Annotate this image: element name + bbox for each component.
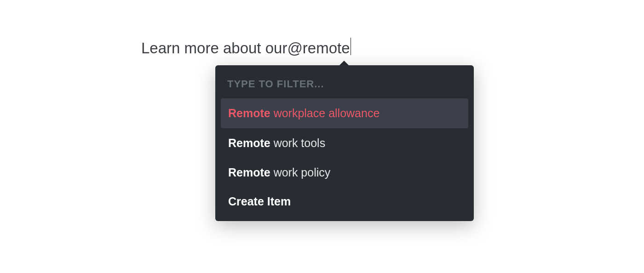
autocomplete-item-rest: work tools bbox=[270, 136, 325, 149]
autocomplete-item-match: Remote bbox=[228, 107, 270, 119]
autocomplete-item-rest: work policy bbox=[270, 166, 331, 179]
editor-mention-token: @remote bbox=[287, 40, 350, 57]
autocomplete-filter-label: TYPE TO FILTER... bbox=[221, 71, 468, 98]
autocomplete-item-match: Remote bbox=[228, 136, 270, 149]
text-cursor bbox=[351, 38, 351, 55]
autocomplete-item-0[interactable]: Remote workplace allowance bbox=[221, 98, 468, 128]
autocomplete-item-2[interactable]: Remote work policy bbox=[221, 158, 468, 188]
autocomplete-item-match: Remote bbox=[228, 166, 270, 179]
autocomplete-create-item[interactable]: Create Item bbox=[221, 188, 468, 216]
autocomplete-panel: TYPE TO FILTER... Remote workplace allow… bbox=[215, 65, 474, 221]
mention-autocomplete-popover: TYPE TO FILTER... Remote workplace allow… bbox=[215, 61, 474, 221]
autocomplete-item-1[interactable]: Remote work tools bbox=[221, 128, 468, 158]
editor-plain-text: Learn more about our bbox=[141, 40, 287, 57]
editor-input-line[interactable]: Learn more about our @remote bbox=[141, 36, 351, 57]
autocomplete-item-rest: workplace allowance bbox=[270, 107, 380, 119]
popover-arrow-icon bbox=[339, 61, 349, 65]
